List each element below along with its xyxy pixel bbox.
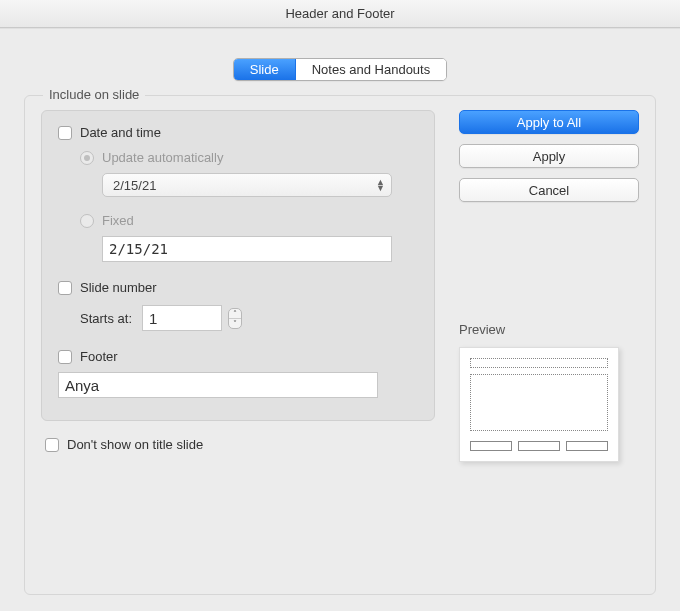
include-on-slide-frame: Include on slide Date and time Update au…	[24, 95, 656, 595]
slide-number-checkbox[interactable]	[58, 281, 72, 295]
apply-to-all-button[interactable]: Apply to All	[459, 110, 639, 134]
dont-show-title-checkbox[interactable]	[45, 438, 59, 452]
cancel-button[interactable]: Cancel	[459, 178, 639, 202]
preview-footer-slot-left	[470, 441, 512, 451]
tab-bar: Slide Notes and Handouts	[24, 58, 656, 81]
chevron-updown-icon: ▲▼	[376, 179, 385, 191]
preview-footer-slot-right	[566, 441, 608, 451]
starts-at-stepper[interactable]: ˄ ˅	[228, 308, 242, 329]
footer-checkbox[interactable]	[58, 350, 72, 364]
apply-button[interactable]: Apply	[459, 144, 639, 168]
update-auto-radio[interactable]	[80, 151, 94, 165]
frame-legend: Include on slide	[43, 87, 145, 102]
date-time-checkbox[interactable]	[58, 126, 72, 140]
starts-at-label: Starts at:	[80, 311, 132, 326]
preview-header-placeholder	[470, 358, 608, 368]
chevron-up-icon: ˄	[229, 309, 241, 319]
footer-input[interactable]	[58, 372, 378, 398]
dont-show-title-label: Don't show on title slide	[67, 437, 203, 452]
window-title: Header and Footer	[0, 0, 680, 28]
auto-date-select[interactable]: 2/15/21 ▲▼	[102, 173, 392, 197]
slide-number-label: Slide number	[80, 280, 157, 295]
preview-footer-slot-center	[518, 441, 560, 451]
tab-notes-handouts[interactable]: Notes and Handouts	[296, 59, 447, 80]
starts-at-input[interactable]	[142, 305, 222, 331]
tab-slide[interactable]: Slide	[234, 59, 296, 80]
fixed-date-input[interactable]	[102, 236, 392, 262]
auto-date-value: 2/15/21	[113, 178, 156, 193]
fixed-radio[interactable]	[80, 214, 94, 228]
fixed-label: Fixed	[102, 213, 134, 228]
preview-body-placeholder	[470, 374, 608, 431]
date-time-label: Date and time	[80, 125, 161, 140]
update-auto-label: Update automatically	[102, 150, 223, 165]
chevron-down-icon: ˅	[229, 319, 241, 328]
preview-label: Preview	[459, 322, 639, 337]
preview-thumbnail	[459, 347, 619, 462]
footer-label: Footer	[80, 349, 118, 364]
